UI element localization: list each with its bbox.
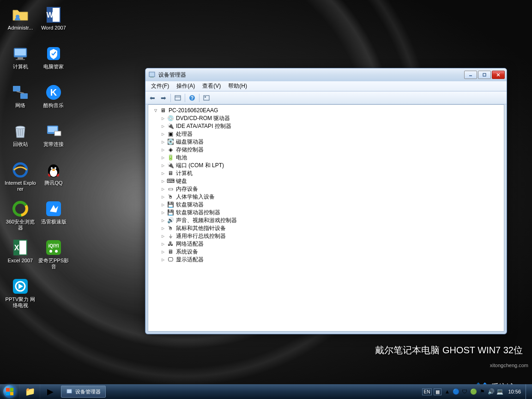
desktop-icon-excel2007[interactable]: XExcel 2007	[4, 236, 37, 274]
expand-icon[interactable]	[160, 210, 166, 216]
expand-icon[interactable]	[160, 132, 166, 137]
tree-view[interactable]: 🖥PC-20160620EAAG💿DVD/CD-ROM 驱动器🔌IDE ATA/…	[148, 104, 504, 332]
desktop-icon-administrator[interactable]: Administr...	[4, 4, 37, 42]
expand-icon[interactable]	[160, 234, 166, 239]
explorer-icon: 📁	[25, 387, 35, 397]
taskbar-task-devmgr[interactable]: 设备管理器	[61, 386, 106, 398]
expand-icon[interactable]	[160, 163, 166, 169]
toolbar-show-hidden-button[interactable]	[173, 93, 183, 103]
tree-node[interactable]: 💾软盘驱动器	[150, 201, 503, 209]
show-desktop-button[interactable]	[526, 384, 530, 399]
toolbar-help-button[interactable]: ?	[187, 93, 197, 103]
desktop-icon-word2007[interactable]: WWord 2007	[37, 4, 70, 42]
pinned-wmp[interactable]: ▶	[40, 384, 60, 399]
icon-label: 迅雷极速版	[41, 219, 66, 225]
tree-node[interactable]: 🔌端口 (COM 和 LPT)	[150, 162, 503, 169]
menu-view[interactable]: 查看(V)	[199, 81, 224, 91]
desktop[interactable]: Administr...WWord 2007计算机电脑管家网络K酷狗音乐回收站宽…	[0, 0, 532, 384]
tree-node[interactable]: 💿DVD/CD-ROM 驱动器	[150, 115, 503, 122]
expand-icon[interactable]	[160, 124, 166, 129]
desktop-icon-xunlei[interactable]: 迅雷极速版	[37, 198, 70, 236]
tree-node[interactable]: 🖧网络适配器	[150, 240, 503, 248]
tray-icon-4[interactable]: ⚑	[478, 388, 486, 395]
svg-text:?: ?	[191, 96, 193, 101]
node-label: 软盘驱动器控制器	[176, 209, 220, 217]
node-label: 软盘驱动器	[176, 201, 204, 209]
tree-node[interactable]: 🔊声音、视频和游戏控制器	[150, 217, 503, 224]
tree-node[interactable]: ▣处理器	[150, 130, 503, 138]
tree-node[interactable]: 🖥系统设备	[150, 248, 503, 256]
tree-node[interactable]: ◈存储控制器	[150, 146, 503, 154]
tray-icon-6[interactable]: 💻	[496, 388, 503, 395]
language-indicator[interactable]: EN	[422, 388, 432, 395]
expand-icon[interactable]	[160, 249, 166, 255]
expand-icon[interactable]	[160, 171, 166, 176]
desktop-icon-pc-manager[interactable]: 电脑管家	[37, 42, 70, 80]
tree-node[interactable]: 🔋电池	[150, 154, 503, 162]
expand-icon[interactable]	[160, 202, 166, 208]
nav-back-button[interactable]: ⬅	[147, 93, 157, 103]
tray-icon-1[interactable]: 🔵	[452, 388, 459, 395]
expand-icon[interactable]	[160, 257, 166, 263]
expand-icon[interactable]	[160, 116, 166, 121]
desktop-icon-qq[interactable]: 腾讯QQ	[37, 159, 70, 197]
expand-icon[interactable]	[160, 242, 166, 247]
device-category-icon: 🔋	[167, 154, 174, 162]
toolbar-scan-button[interactable]	[201, 93, 212, 103]
svg-rect-9	[13, 86, 20, 91]
tray-icon-3[interactable]: 🟢	[470, 388, 477, 395]
tree-node[interactable]: ⏚通用串行总线控制器	[150, 232, 503, 240]
pinned-explorer[interactable]: 📁	[19, 384, 40, 399]
close-button[interactable]	[492, 71, 505, 79]
desktop-icon-360browser[interactable]: 360安全浏览器	[4, 198, 37, 236]
menu-action[interactable]: 操作(A)	[173, 81, 199, 91]
desktop-icon-computer[interactable]: 计算机	[4, 42, 37, 80]
icon-label: Internet Explorer	[4, 180, 36, 192]
tree-node[interactable]: 🖵显示适配器	[150, 256, 503, 264]
node-label: 存储控制器	[176, 146, 204, 154]
expand-icon[interactable]	[160, 226, 166, 231]
menu-file[interactable]: 文件(F)	[147, 81, 173, 91]
expand-icon[interactable]	[160, 147, 166, 153]
svg-rect-20	[54, 131, 61, 136]
tree-node[interactable]: 🔌IDE ATA/ATAPI 控制器	[150, 122, 503, 130]
tree-node[interactable]: ⌨键盘	[150, 177, 503, 185]
desktop-icon-broadband[interactable]: 宽带连接	[37, 120, 70, 158]
tray-icon-5[interactable]: 🔊	[487, 388, 495, 395]
expand-icon[interactable]	[160, 179, 166, 184]
nav-forward-button[interactable]: ➡	[158, 93, 169, 103]
desktop-icon-pptv[interactable]: PPTV聚力 网络电视	[4, 275, 37, 313]
tray-icon-0[interactable]: ▲	[443, 388, 451, 395]
svg-text:X: X	[14, 244, 19, 252]
tree-node[interactable]: ▭内存设备	[150, 185, 503, 193]
start-button[interactable]	[0, 384, 19, 399]
menu-help[interactable]: 帮助(H)	[224, 81, 251, 91]
clock[interactable]: 10:56	[505, 389, 524, 394]
computer-icon	[11, 44, 30, 63]
system-tray: EN ▦ ▲🔵🛡🟢⚑🔊💻 10:56	[420, 384, 532, 399]
expand-icon[interactable]	[160, 139, 166, 145]
tree-root-node[interactable]: 🖥PC-20160620EAAG	[150, 107, 503, 115]
tree-node[interactable]: 🖱鼠标和其他指针设备	[150, 224, 503, 232]
maximize-button[interactable]	[478, 71, 491, 79]
desktop-icon-kugou[interactable]: K酷狗音乐	[37, 81, 70, 119]
minimize-button[interactable]	[464, 71, 477, 79]
tree-node[interactable]: 💽磁盘驱动器	[150, 138, 503, 146]
expand-icon[interactable]	[160, 194, 166, 200]
expand-icon[interactable]	[160, 155, 166, 161]
desktop-icon-ie[interactable]: Internet Explorer	[4, 159, 37, 197]
node-label: 键盘	[176, 177, 187, 185]
tree-node[interactable]: 🖥计算机	[150, 169, 503, 177]
desktop-icon-recycle[interactable]: 回收站	[4, 120, 37, 158]
ime-indicator[interactable]: ▦	[434, 388, 441, 395]
titlebar[interactable]: 设备管理器	[145, 68, 507, 81]
tray-icon-2[interactable]: 🛡	[461, 388, 468, 395]
tree-node[interactable]: 🖱人体学输入设备	[150, 193, 503, 201]
desktop-icon-network[interactable]: 网络	[4, 81, 37, 119]
expand-icon[interactable]	[153, 108, 158, 114]
tree-node[interactable]: 💾软盘驱动器控制器	[150, 209, 503, 217]
desktop-icon-iqiyi[interactable]: iQIYI爱奇艺PPS影音	[37, 236, 70, 274]
task-icon	[66, 388, 73, 395]
expand-icon[interactable]	[160, 218, 166, 224]
expand-icon[interactable]	[160, 187, 166, 192]
